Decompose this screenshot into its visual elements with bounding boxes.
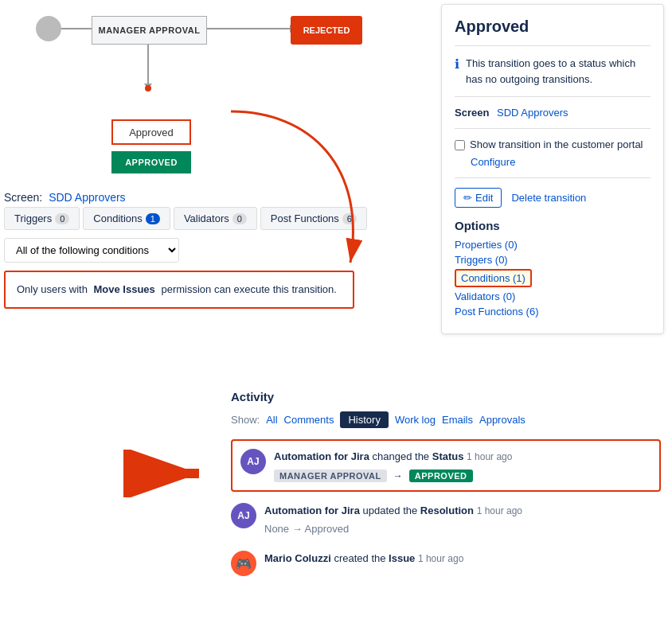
rejected-box[interactable]: REJECTED (291, 16, 362, 45)
panel-screen-link[interactable]: SDD Approvers (497, 107, 568, 119)
post-functions-badge: 6 (342, 213, 357, 224)
activity-time-0: 1 hour ago (467, 451, 512, 462)
tab-conditions[interactable]: Conditions 1 (83, 207, 170, 230)
tab-triggers[interactable]: Triggers 0 (4, 207, 80, 230)
option-properties[interactable]: Properties (0) (455, 239, 651, 251)
configure-link[interactable]: Configure (471, 156, 515, 168)
approved-status-box: APPROVED (111, 151, 191, 173)
option-conditions[interactable]: Conditions (1) (455, 269, 532, 287)
delete-link[interactable]: Delete transition (511, 192, 586, 204)
activity-field-2: Issue (389, 552, 415, 564)
tabs-area: Triggers 0 Conditions 1 Validators 0 Pos… (4, 207, 402, 309)
pencil-icon: ✏ (463, 192, 472, 204)
arrow-to-rejected (207, 28, 295, 29)
action-buttons: ✏ Edit Delete transition (455, 177, 651, 208)
show-label: Show: (231, 414, 260, 426)
avatar-aj-1: AJ (231, 503, 256, 528)
conditions-badge: 1 (146, 213, 160, 224)
dropdown-row: All of the following conditions (4, 238, 402, 263)
show-row: Show: All Comments History Work log Emai… (231, 411, 661, 428)
option-validators[interactable]: Validators (0) (455, 290, 651, 302)
conditions-dropdown[interactable]: All of the following conditions (4, 238, 179, 263)
tab-history[interactable]: History (340, 411, 388, 428)
tab-comments[interactable]: Comments (284, 414, 334, 426)
arrow-down (147, 45, 149, 88)
tab-all[interactable]: All (266, 414, 277, 426)
status-flow-0: MANAGER APPROVAL → APPROVED (274, 470, 651, 482)
tab-validators[interactable]: Validators 0 (174, 207, 257, 230)
options-section: Options Properties (0) Triggers (0) Cond… (455, 219, 651, 318)
activity-content-1: Automation for Jira updated the Resoluti… (264, 503, 661, 536)
tabs-row: Triggers 0 Conditions 1 Validators 0 Pos… (4, 207, 402, 230)
option-triggers[interactable]: Triggers (0) (455, 254, 651, 266)
activity-author-2: Mario Coluzzi (264, 552, 331, 564)
show-transition-checkbox[interactable] (455, 140, 465, 150)
activity-item-2: 🎮 Mario Coluzzi created the Issue 1 hour… (231, 551, 661, 576)
activity-author-0: Automation for Jira (274, 450, 369, 462)
validators-badge: 0 (232, 213, 247, 224)
activity-header-1: Automation for Jira updated the Resoluti… (264, 503, 661, 519)
condition-box: Only users with Move Issues permission c… (4, 271, 354, 309)
avatar-mario-2: 🎮 (231, 551, 256, 576)
activity-item-1: AJ Automation for Jira updated the Resol… (231, 503, 661, 536)
start-circle (36, 16, 61, 41)
manager-approval-box[interactable]: MANAGER APPROVAL (92, 16, 207, 45)
to-badge-0: APPROVED (409, 470, 473, 482)
show-transition-row: Show transition in the customer portal (455, 138, 651, 150)
resolution-flow-1: None → Approved (264, 523, 661, 535)
tab-approvals[interactable]: Approvals (479, 414, 525, 426)
activity-header-2: Mario Coluzzi created the Issue 1 hour a… (264, 551, 661, 567)
activity-content-2: Mario Coluzzi created the Issue 1 hour a… (264, 551, 661, 576)
screen-label-main: Screen: SDD Approvers (4, 191, 126, 204)
activity-header-0: Automation for Jira changed the Status 1… (274, 449, 651, 465)
from-badge-0: MANAGER APPROVAL (274, 470, 387, 482)
info-box: ℹ This transition goes to a status which… (455, 56, 651, 97)
annotation-arrow-2 (123, 450, 219, 497)
info-icon: ℹ (455, 56, 459, 72)
tab-worklog[interactable]: Work log (395, 414, 436, 426)
red-dot (145, 85, 151, 92)
screen-link-main[interactable]: SDD Approvers (49, 191, 125, 204)
info-text: This transition goes to a status which h… (466, 56, 651, 87)
activity-time-2: 1 hour ago (418, 553, 463, 564)
activity-field-0: Status (432, 450, 464, 462)
activity-item-0: AJ Automation for Jira changed the Statu… (231, 439, 661, 492)
option-post-functions[interactable]: Post Functions (6) (455, 306, 651, 318)
activity-author-1: Automation for Jira (264, 505, 360, 516)
activity-section: Activity Show: All Comments History Work… (231, 390, 661, 592)
triggers-badge: 0 (55, 213, 69, 224)
options-title: Options (455, 219, 651, 232)
activity-content-0: Automation for Jira changed the Status 1… (274, 449, 651, 482)
activity-time-1: 1 hour ago (477, 505, 522, 516)
right-panel: Approved ℹ This transition goes to a sta… (441, 4, 664, 334)
svg-marker-2 (127, 462, 155, 485)
approved-transition-box[interactable]: Approved (111, 119, 191, 145)
avatar-aj-0: AJ (240, 449, 266, 474)
panel-title: Approved (455, 18, 651, 46)
panel-screen-row: Screen SDD Approvers (455, 107, 651, 129)
tab-emails[interactable]: Emails (442, 414, 473, 426)
activity-field-1: Resolution (420, 505, 474, 516)
tab-post-functions[interactable]: Post Functions 6 (260, 207, 367, 230)
edit-button[interactable]: ✏ Edit (455, 188, 502, 208)
activity-title: Activity (231, 390, 661, 403)
